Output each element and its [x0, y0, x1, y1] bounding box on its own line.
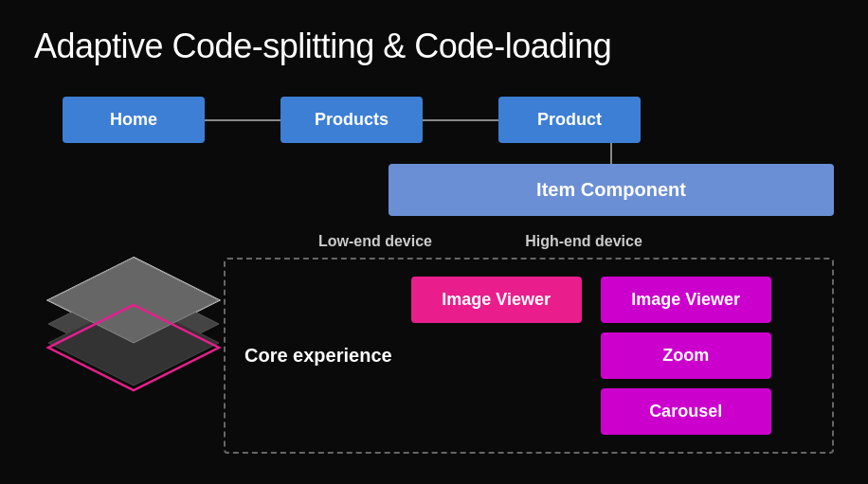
vertical-connector	[610, 143, 612, 164]
carousel-box: Carousel	[601, 388, 771, 435]
zoom-box: Zoom	[601, 332, 771, 379]
lowend-column: Image Viewer	[411, 277, 582, 435]
connector-1	[205, 119, 280, 121]
lowend-label: Low-end device	[280, 233, 470, 250]
route-product: Product	[498, 97, 641, 143]
stack-icon	[34, 248, 233, 400]
highend-image-viewer: Image Viewer	[601, 277, 771, 323]
route-home: Home	[63, 97, 205, 143]
experience-area: Core experience Image Viewer Image Viewe…	[224, 258, 834, 454]
page-title: Adaptive Code-splitting & Code-loading	[34, 27, 834, 66]
route-products: Products	[280, 97, 423, 143]
lowend-image-viewer: Image Viewer	[411, 277, 582, 323]
page-container: Adaptive Code-splitting & Code-loading H…	[0, 0, 868, 484]
boxes-columns: Image Viewer Image Viewer Zoom Carousel	[411, 277, 813, 435]
device-labels-row: Low-end device High-end device	[271, 233, 834, 250]
connector-2	[423, 119, 498, 121]
route-row: Home Products Product	[63, 97, 834, 143]
item-component-box: Item Component	[389, 164, 834, 216]
highend-column: Image Viewer Zoom Carousel	[601, 277, 771, 435]
highend-label: High-end device	[489, 233, 678, 250]
experience-section: Core experience Image Viewer Image Viewe…	[34, 258, 834, 454]
core-experience-label: Core experience	[244, 345, 392, 367]
